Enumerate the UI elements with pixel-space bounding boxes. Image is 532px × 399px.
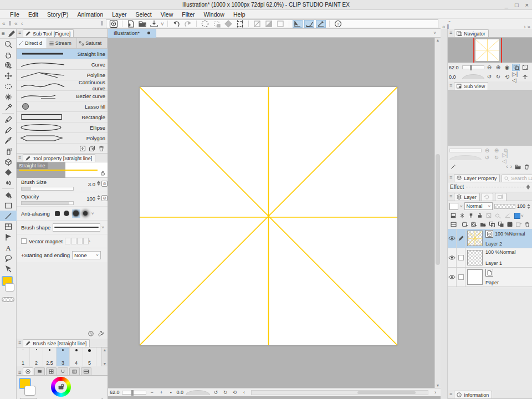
color-panel-sub-swatch[interactable] xyxy=(24,386,35,396)
prev-icon[interactable]: ‹ xyxy=(21,19,23,28)
layer-thumbnail[interactable] xyxy=(467,250,483,265)
blend-tool[interactable] xyxy=(0,177,17,188)
nav-zoom-in-button[interactable]: ⊕ xyxy=(494,64,502,71)
statusbar-rotation-slider[interactable] xyxy=(186,390,210,395)
nav-fit-screen-button[interactable] xyxy=(521,64,529,71)
document-tab[interactable]: Illustration* xyxy=(108,29,156,38)
fit-to-window-button[interactable]: ▪ xyxy=(167,389,175,396)
nav-actual-size-button[interactable]: ◉ xyxy=(503,64,511,71)
minimize-button[interactable]: _ xyxy=(505,2,508,8)
reset-rotation-button[interactable]: ⟲ xyxy=(231,389,238,396)
brush-size-tab[interactable]: Brush size [Straight line] xyxy=(23,339,90,347)
subtool-item-straight-line[interactable]: Straight line xyxy=(17,49,108,59)
navigator-zoom-slider[interactable] xyxy=(462,65,484,69)
brush-size-option-2[interactable]: 2 xyxy=(30,347,43,366)
reset-settings-icon[interactable] xyxy=(88,330,94,337)
airbrush-tool[interactable] xyxy=(0,146,17,156)
sub-view-delete-icon[interactable] xyxy=(524,163,530,170)
layer-opacity-slider[interactable] xyxy=(494,204,515,209)
horizontal-scroll-thumb[interactable] xyxy=(357,391,416,394)
nav-reset-rotation-button[interactable]: ⟲ xyxy=(503,73,511,80)
delete-subtool-icon[interactable] xyxy=(98,145,105,152)
set-ruler-icon[interactable] xyxy=(494,212,502,219)
brush-size-menu-icon[interactable]: ≡ xyxy=(18,339,21,347)
create-mask-icon[interactable] xyxy=(507,221,513,228)
navigator-preview[interactable] xyxy=(448,38,532,63)
nav-fit-button[interactable] xyxy=(512,64,520,71)
navigator-rotation-slider[interactable] xyxy=(462,74,484,79)
scroll-up-icon[interactable]: ▲ xyxy=(435,38,441,42)
transfer-to-lower-icon[interactable] xyxy=(489,221,495,228)
layer-visible-icon[interactable] xyxy=(448,255,456,260)
vector-magnet-expand-icon[interactable]: › xyxy=(89,239,90,244)
frame-border-tool[interactable] xyxy=(0,221,17,232)
lock-layer-icon[interactable] xyxy=(477,212,483,219)
menu-item-file[interactable]: File xyxy=(6,11,24,18)
opacity-spinner[interactable] xyxy=(97,195,100,200)
layer-history-tab[interactable] xyxy=(482,193,493,201)
pencil-tool[interactable] xyxy=(0,125,17,135)
layer-visible-icon[interactable] xyxy=(448,274,456,280)
sub-view-preview[interactable] xyxy=(448,90,532,146)
search-layer-tab[interactable]: Search Layer xyxy=(502,175,532,182)
sub-view-zoom-slider[interactable] xyxy=(449,149,482,152)
tab-list-dropdown-icon[interactable]: ˅ xyxy=(433,30,436,35)
sub-view-next-icon[interactable]: › xyxy=(510,162,512,171)
close-button[interactable]: × xyxy=(525,2,529,8)
layer-visible-icon[interactable] xyxy=(448,236,456,241)
menu-item-layer[interactable]: Layer xyxy=(108,11,131,18)
sub-view-eyedropper-icon[interactable] xyxy=(450,163,457,170)
eyedropper-tool[interactable] xyxy=(0,102,17,112)
aa-medium-option[interactable] xyxy=(72,209,80,218)
nav-rotate-ccw-button[interactable]: ↺ xyxy=(485,73,493,80)
grid-button[interactable] xyxy=(275,20,285,28)
subtool-item-curve[interactable]: Curve xyxy=(17,59,108,70)
save-button[interactable] xyxy=(149,20,159,28)
aa-dropdown-icon[interactable]: ˅ xyxy=(91,211,94,216)
balloon-tool[interactable] xyxy=(0,253,17,263)
scroll-down-icon[interactable]: ▼ xyxy=(435,383,441,387)
brush-size-option-2.5[interactable]: 2.5 xyxy=(43,347,57,366)
rotate-ccw-button[interactable]: ↺ xyxy=(212,389,219,396)
sub-view-prev-icon[interactable]: ‹ xyxy=(506,162,508,171)
hand-tool[interactable] xyxy=(0,49,17,60)
layer-select-checkbox[interactable] xyxy=(458,274,464,280)
menu-item-animation[interactable]: Animation xyxy=(73,11,108,18)
pen-tool[interactable] xyxy=(0,114,17,125)
figure-tool[interactable] xyxy=(0,211,17,221)
sub-view-menu-icon[interactable]: ≡ xyxy=(449,81,452,90)
drag-handle-icon[interactable]: ‖ xyxy=(9,19,11,28)
right-panels-expand-icon[interactable]: › » xyxy=(524,24,530,30)
zoom-out-button[interactable]: − xyxy=(149,389,156,396)
brush-shape-dropdown-icon[interactable]: ˅ xyxy=(101,225,104,230)
selection-tool[interactable] xyxy=(0,81,17,91)
scroll-right-icon[interactable]: › xyxy=(432,389,439,396)
delete-layer-icon[interactable] xyxy=(524,221,530,228)
open-file-button[interactable] xyxy=(137,20,147,28)
sub-view-zoom-in[interactable]: ⊕ xyxy=(493,147,500,154)
layer-property-tab[interactable]: Layer Property xyxy=(454,174,500,182)
menu-item-edit[interactable]: Edit xyxy=(24,11,43,18)
vector-magnet-options[interactable] xyxy=(65,238,89,244)
toolbar-handle-icon[interactable]: ‖ xyxy=(101,19,103,28)
new-folder-icon[interactable] xyxy=(479,221,487,228)
brush-size-value[interactable]: 3.0 xyxy=(88,181,95,187)
auto-select-tool[interactable] xyxy=(0,91,17,102)
tool-menu-icon[interactable]: ≡ xyxy=(2,30,5,37)
sub-view-rotate-cw[interactable]: ↻ xyxy=(493,154,500,161)
rotate-cw-button[interactable]: ↻ xyxy=(222,389,229,396)
invert-selection-button[interactable] xyxy=(223,20,233,28)
statusbar-zoom-slider[interactable] xyxy=(122,391,146,395)
information-menu-icon[interactable]: ≡ xyxy=(449,390,452,398)
menu-item-window[interactable]: Window xyxy=(200,11,229,18)
enable-mask-icon[interactable] xyxy=(485,212,492,219)
undo-button[interactable] xyxy=(171,20,181,28)
brush-size-spinner[interactable] xyxy=(97,181,100,186)
brush-tool[interactable] xyxy=(0,135,17,146)
color-history-tab[interactable] xyxy=(81,367,91,375)
menu-item-view[interactable]: View xyxy=(156,11,178,18)
aa-weak-option[interactable] xyxy=(63,209,71,218)
subtool-group-tab-saturat[interactable]: Saturat xyxy=(77,38,108,48)
layer-opacity-value[interactable]: 100 xyxy=(517,203,525,209)
brush-size-option-4[interactable]: 4 xyxy=(70,347,83,366)
